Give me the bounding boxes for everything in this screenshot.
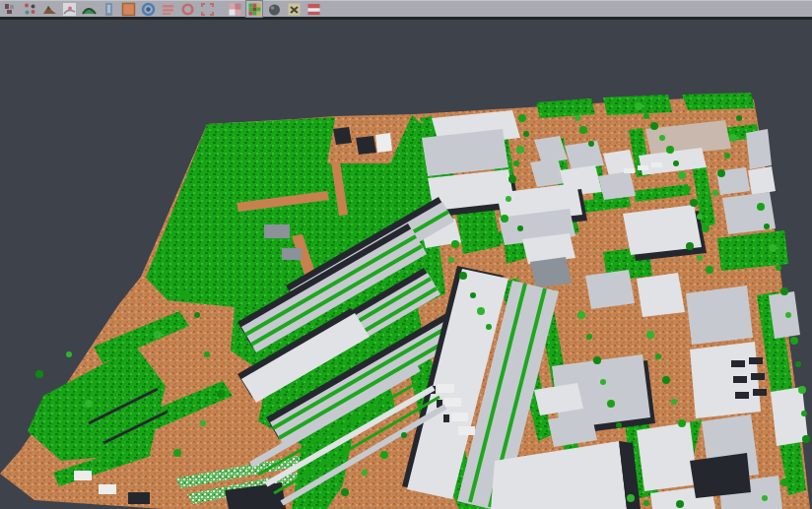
- tree: [508, 175, 516, 183]
- sphere-render-icon[interactable]: [266, 1, 282, 17]
- tree: [802, 435, 810, 443]
- tree: [451, 240, 459, 248]
- tree: [217, 390, 225, 398]
- small-structure: [282, 248, 302, 260]
- viewport-canvas[interactable]: [0, 23, 812, 509]
- tree: [154, 331, 162, 339]
- tree: [666, 146, 674, 154]
- tree: [790, 337, 798, 345]
- tree: [764, 223, 770, 229]
- rotate-view-icon[interactable]: [140, 1, 156, 17]
- tree: [200, 420, 206, 426]
- tin-mesh-icon-glyph: [82, 2, 97, 17]
- tree: [593, 356, 601, 364]
- small-structure: [731, 360, 745, 367]
- tree: [35, 370, 43, 378]
- building-roof: [598, 171, 636, 200]
- tree: [575, 115, 580, 121]
- tree: [66, 351, 72, 357]
- tree: [785, 312, 791, 318]
- tree: [627, 494, 635, 502]
- tree: [643, 500, 649, 506]
- profile-view-icon[interactable]: [101, 1, 116, 17]
- tree: [643, 113, 649, 119]
- small-structure: [733, 376, 747, 383]
- tree: [798, 386, 806, 394]
- contours-icon[interactable]: [61, 1, 77, 17]
- small-structure: [438, 384, 454, 393]
- classify-points-icon[interactable]: [22, 1, 37, 17]
- building-roof: [746, 129, 772, 169]
- tree: [362, 470, 368, 476]
- rotate-view-icon-glyph: [141, 2, 156, 17]
- tree: [690, 199, 698, 207]
- tree: [724, 153, 730, 159]
- building-roof: [686, 286, 753, 345]
- classification-colors-icon-glyph: [247, 2, 262, 17]
- tree: [676, 500, 684, 508]
- tree: [776, 265, 781, 271]
- tree: [659, 135, 665, 141]
- tree: [477, 307, 485, 315]
- tree: [780, 287, 788, 295]
- toolbar: [0, 0, 812, 20]
- tree: [729, 134, 737, 142]
- profile-view-icon-glyph: [102, 2, 116, 17]
- tree: [757, 203, 765, 211]
- legend-icon-glyph: [161, 2, 175, 17]
- small-structure: [753, 389, 767, 396]
- dem-surface-icon[interactable]: [41, 1, 57, 17]
- cross-section-icon-glyph: [287, 2, 302, 17]
- tree: [650, 122, 658, 130]
- building-roof: [637, 273, 685, 317]
- tree: [769, 244, 777, 252]
- tin-mesh-icon[interactable]: [81, 1, 97, 17]
- grid-overlay-icon-glyph: [228, 2, 242, 17]
- tree: [470, 292, 476, 298]
- tree: [712, 190, 718, 196]
- grid-overlay-icon[interactable]: [227, 1, 242, 17]
- small-structure: [451, 413, 468, 421]
- building-roof: [748, 166, 776, 195]
- building-roof: [637, 422, 698, 491]
- viewport-3d[interactable]: [0, 23, 812, 509]
- tree: [616, 422, 622, 428]
- tree: [586, 334, 592, 340]
- classification-colors-icon[interactable]: [246, 1, 262, 17]
- building-roof: [690, 342, 761, 418]
- tree: [702, 224, 710, 232]
- legend-icon[interactable]: [160, 1, 175, 17]
- open-cloud-icon[interactable]: [2, 1, 18, 17]
- small-structure: [128, 492, 150, 504]
- shadow-patch: [333, 127, 352, 145]
- tree: [801, 411, 807, 416]
- dem-surface-icon-glyph: [42, 2, 57, 17]
- contours-icon-glyph: [62, 2, 77, 17]
- building-roof: [530, 257, 572, 287]
- zoom-extent-icon[interactable]: [199, 1, 215, 17]
- small-structure: [74, 471, 92, 480]
- tree: [697, 214, 703, 220]
- tree: [671, 399, 677, 405]
- tree: [780, 478, 788, 486]
- tree: [194, 312, 200, 318]
- tree: [401, 432, 407, 438]
- small-structure: [264, 224, 290, 238]
- cross-section-icon[interactable]: [286, 1, 302, 17]
- tree: [673, 160, 679, 166]
- tree: [173, 449, 181, 457]
- small-structure: [99, 484, 116, 494]
- tree: [646, 331, 654, 339]
- small-structure: [651, 162, 662, 167]
- small-structure: [638, 165, 648, 170]
- tree: [513, 160, 519, 166]
- ortho-image-icon[interactable]: [120, 1, 136, 17]
- target-icon[interactable]: [179, 1, 195, 17]
- building-roof: [585, 270, 635, 309]
- tree: [678, 171, 686, 179]
- zoom-extent-icon-glyph: [200, 2, 215, 17]
- tree: [380, 451, 388, 459]
- layers-icon[interactable]: [305, 1, 321, 17]
- tree: [523, 131, 529, 137]
- detail-patch: [375, 133, 392, 153]
